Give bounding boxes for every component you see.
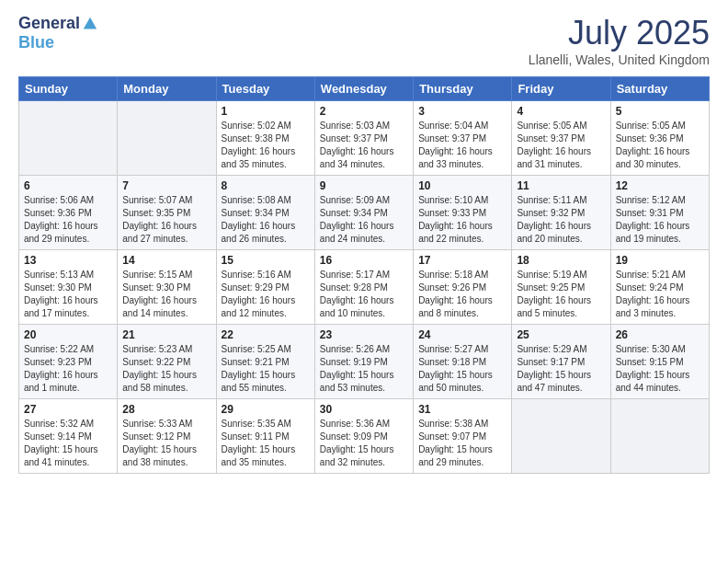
day-cell: [118, 101, 216, 176]
logo-icon: [82, 16, 98, 32]
day-info: Sunrise: 5:06 AMSunset: 9:36 PMDaylight:…: [24, 194, 112, 246]
day-cell: 25Sunrise: 5:29 AMSunset: 9:17 PMDayligh…: [512, 325, 610, 399]
day-cell: 12Sunrise: 5:12 AMSunset: 9:31 PMDayligh…: [610, 176, 709, 250]
week-row-2: 6Sunrise: 5:06 AMSunset: 9:36 PMDaylight…: [19, 176, 710, 250]
day-info: Sunrise: 5:17 AMSunset: 9:28 PMDaylight:…: [320, 269, 408, 320]
day-info: Sunrise: 5:11 AMSunset: 9:32 PMDaylight:…: [517, 194, 605, 246]
svg-marker-0: [84, 17, 97, 29]
day-cell: 21Sunrise: 5:23 AMSunset: 9:22 PMDayligh…: [118, 325, 216, 399]
day-cell: 23Sunrise: 5:26 AMSunset: 9:19 PMDayligh…: [314, 325, 413, 399]
day-info: Sunrise: 5:36 AMSunset: 9:09 PMDaylight:…: [320, 418, 408, 469]
day-cell: 8Sunrise: 5:08 AMSunset: 9:34 PMDaylight…: [216, 176, 314, 250]
day-cell: 10Sunrise: 5:10 AMSunset: 9:33 PMDayligh…: [414, 176, 512, 250]
day-info: Sunrise: 5:10 AMSunset: 9:33 PMDaylight:…: [418, 194, 506, 246]
day-cell: 24Sunrise: 5:27 AMSunset: 9:18 PMDayligh…: [414, 325, 512, 399]
day-number: 1: [222, 105, 310, 118]
day-number: 30: [320, 403, 408, 416]
day-info: Sunrise: 5:15 AMSunset: 9:30 PMDaylight:…: [122, 269, 210, 320]
day-number: 7: [122, 179, 210, 192]
day-cell: 28Sunrise: 5:33 AMSunset: 9:12 PMDayligh…: [118, 399, 216, 474]
day-info: Sunrise: 5:19 AMSunset: 9:25 PMDaylight:…: [517, 269, 605, 320]
day-header-tuesday: Tuesday: [216, 77, 314, 101]
week-row-3: 13Sunrise: 5:13 AMSunset: 9:30 PMDayligh…: [19, 250, 710, 325]
day-cell: [512, 399, 610, 474]
day-number: 27: [24, 403, 112, 416]
day-cell: 1Sunrise: 5:02 AMSunset: 9:38 PMDaylight…: [216, 101, 314, 176]
month-title: July 2025: [529, 14, 710, 52]
day-cell: [610, 399, 709, 474]
day-info: Sunrise: 5:08 AMSunset: 9:34 PMDaylight:…: [222, 194, 310, 246]
week-row-5: 27Sunrise: 5:32 AMSunset: 9:14 PMDayligh…: [19, 399, 710, 474]
logo-general-text: General: [18, 14, 80, 33]
day-info: Sunrise: 5:22 AMSunset: 9:23 PMDaylight:…: [24, 343, 112, 395]
day-info: Sunrise: 5:26 AMSunset: 9:19 PMDaylight:…: [320, 343, 408, 395]
day-cell: 5Sunrise: 5:05 AMSunset: 9:36 PMDaylight…: [610, 101, 709, 176]
day-info: Sunrise: 5:32 AMSunset: 9:14 PMDaylight:…: [24, 418, 112, 469]
day-number: 19: [616, 254, 704, 267]
day-info: Sunrise: 5:02 AMSunset: 9:38 PMDaylight:…: [222, 120, 310, 171]
day-number: 28: [122, 403, 210, 416]
day-number: 15: [222, 254, 310, 267]
day-cell: 29Sunrise: 5:35 AMSunset: 9:11 PMDayligh…: [216, 399, 314, 474]
day-cell: 3Sunrise: 5:04 AMSunset: 9:37 PMDaylight…: [414, 101, 512, 176]
day-info: Sunrise: 5:05 AMSunset: 9:37 PMDaylight:…: [517, 120, 605, 171]
day-number: 20: [24, 328, 112, 341]
day-info: Sunrise: 5:30 AMSunset: 9:15 PMDaylight:…: [616, 343, 704, 395]
logo: General Blue: [18, 14, 98, 52]
day-info: Sunrise: 5:12 AMSunset: 9:31 PMDaylight:…: [616, 194, 704, 246]
day-number: 4: [517, 105, 605, 118]
logo-blue-text: Blue: [18, 33, 54, 52]
day-cell: 27Sunrise: 5:32 AMSunset: 9:14 PMDayligh…: [19, 399, 118, 474]
day-info: Sunrise: 5:27 AMSunset: 9:18 PMDaylight:…: [418, 343, 506, 395]
day-cell: 7Sunrise: 5:07 AMSunset: 9:35 PMDaylight…: [118, 176, 216, 250]
day-number: 8: [222, 179, 310, 192]
day-info: Sunrise: 5:38 AMSunset: 9:07 PMDaylight:…: [418, 418, 506, 469]
day-header-sunday: Sunday: [19, 77, 118, 101]
day-info: Sunrise: 5:23 AMSunset: 9:22 PMDaylight:…: [122, 343, 210, 395]
day-cell: 16Sunrise: 5:17 AMSunset: 9:28 PMDayligh…: [314, 250, 413, 325]
day-number: 10: [418, 179, 506, 192]
day-number: 23: [320, 328, 408, 341]
day-number: 17: [418, 254, 506, 267]
day-cell: [19, 101, 118, 176]
day-header-saturday: Saturday: [610, 77, 709, 101]
day-number: 22: [222, 328, 310, 341]
day-cell: 4Sunrise: 5:05 AMSunset: 9:37 PMDaylight…: [512, 101, 610, 176]
day-info: Sunrise: 5:35 AMSunset: 9:11 PMDaylight:…: [222, 418, 310, 469]
day-cell: 22Sunrise: 5:25 AMSunset: 9:21 PMDayligh…: [216, 325, 314, 399]
day-header-thursday: Thursday: [414, 77, 512, 101]
day-number: 26: [616, 328, 704, 341]
day-number: 31: [418, 403, 506, 416]
day-header-friday: Friday: [512, 77, 610, 101]
day-cell: 14Sunrise: 5:15 AMSunset: 9:30 PMDayligh…: [118, 250, 216, 325]
week-row-1: 1Sunrise: 5:02 AMSunset: 9:38 PMDaylight…: [19, 101, 710, 176]
day-number: 3: [418, 105, 506, 118]
day-cell: 9Sunrise: 5:09 AMSunset: 9:34 PMDaylight…: [314, 176, 413, 250]
day-cell: 6Sunrise: 5:06 AMSunset: 9:36 PMDaylight…: [19, 176, 118, 250]
day-cell: 18Sunrise: 5:19 AMSunset: 9:25 PMDayligh…: [512, 250, 610, 325]
day-header-monday: Monday: [118, 77, 216, 101]
day-number: 11: [517, 179, 605, 192]
day-cell: 2Sunrise: 5:03 AMSunset: 9:37 PMDaylight…: [314, 101, 413, 176]
day-info: Sunrise: 5:13 AMSunset: 9:30 PMDaylight:…: [24, 269, 112, 320]
day-number: 9: [320, 179, 408, 192]
day-info: Sunrise: 5:16 AMSunset: 9:29 PMDaylight:…: [222, 269, 310, 320]
day-number: 2: [320, 105, 408, 118]
title-block: July 2025 Llanelli, Wales, United Kingdo…: [529, 14, 710, 67]
day-number: 25: [517, 328, 605, 341]
day-header-row: SundayMondayTuesdayWednesdayThursdayFrid…: [19, 77, 710, 101]
day-number: 13: [24, 254, 112, 267]
day-cell: 17Sunrise: 5:18 AMSunset: 9:26 PMDayligh…: [414, 250, 512, 325]
day-number: 29: [222, 403, 310, 416]
day-number: 21: [122, 328, 210, 341]
day-info: Sunrise: 5:18 AMSunset: 9:26 PMDaylight:…: [418, 269, 506, 320]
page: General Blue July 2025 Llanelli, Wales, …: [0, 0, 728, 492]
day-number: 6: [24, 179, 112, 192]
day-number: 18: [517, 254, 605, 267]
day-number: 12: [616, 179, 704, 192]
week-row-4: 20Sunrise: 5:22 AMSunset: 9:23 PMDayligh…: [19, 325, 710, 399]
day-number: 14: [122, 254, 210, 267]
day-cell: 13Sunrise: 5:13 AMSunset: 9:30 PMDayligh…: [19, 250, 118, 325]
day-number: 16: [320, 254, 408, 267]
day-cell: 20Sunrise: 5:22 AMSunset: 9:23 PMDayligh…: [19, 325, 118, 399]
